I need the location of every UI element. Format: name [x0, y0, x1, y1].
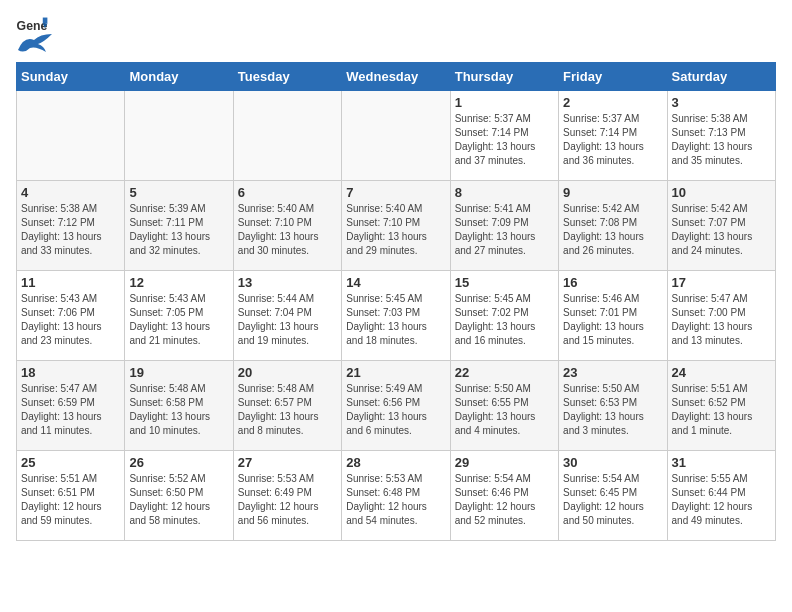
day-info: Sunrise: 5:53 AM Sunset: 6:49 PM Dayligh… — [238, 472, 337, 528]
day-info: Sunrise: 5:46 AM Sunset: 7:01 PM Dayligh… — [563, 292, 662, 348]
logo-bird-icon — [16, 32, 52, 54]
calendar-cell: 23Sunrise: 5:50 AM Sunset: 6:53 PM Dayli… — [559, 361, 667, 451]
day-info: Sunrise: 5:45 AM Sunset: 7:02 PM Dayligh… — [455, 292, 554, 348]
calendar-cell: 14Sunrise: 5:45 AM Sunset: 7:03 PM Dayli… — [342, 271, 450, 361]
calendar-cell — [17, 91, 125, 181]
calendar-cell: 21Sunrise: 5:49 AM Sunset: 6:56 PM Dayli… — [342, 361, 450, 451]
day-info: Sunrise: 5:42 AM Sunset: 7:07 PM Dayligh… — [672, 202, 771, 258]
day-info: Sunrise: 5:51 AM Sunset: 6:51 PM Dayligh… — [21, 472, 120, 528]
week-row-5: 25Sunrise: 5:51 AM Sunset: 6:51 PM Dayli… — [17, 451, 776, 541]
calendar-cell: 3Sunrise: 5:38 AM Sunset: 7:13 PM Daylig… — [667, 91, 775, 181]
day-number: 29 — [455, 455, 554, 470]
calendar-cell: 8Sunrise: 5:41 AM Sunset: 7:09 PM Daylig… — [450, 181, 558, 271]
calendar-cell: 28Sunrise: 5:53 AM Sunset: 6:48 PM Dayli… — [342, 451, 450, 541]
day-info: Sunrise: 5:41 AM Sunset: 7:09 PM Dayligh… — [455, 202, 554, 258]
calendar-cell: 1Sunrise: 5:37 AM Sunset: 7:14 PM Daylig… — [450, 91, 558, 181]
day-number: 18 — [21, 365, 120, 380]
day-info: Sunrise: 5:40 AM Sunset: 7:10 PM Dayligh… — [238, 202, 337, 258]
day-info: Sunrise: 5:49 AM Sunset: 6:56 PM Dayligh… — [346, 382, 445, 438]
calendar-cell: 4Sunrise: 5:38 AM Sunset: 7:12 PM Daylig… — [17, 181, 125, 271]
calendar-cell: 7Sunrise: 5:40 AM Sunset: 7:10 PM Daylig… — [342, 181, 450, 271]
day-number: 25 — [21, 455, 120, 470]
day-info: Sunrise: 5:52 AM Sunset: 6:50 PM Dayligh… — [129, 472, 228, 528]
day-info: Sunrise: 5:53 AM Sunset: 6:48 PM Dayligh… — [346, 472, 445, 528]
day-number: 27 — [238, 455, 337, 470]
day-number: 1 — [455, 95, 554, 110]
page-header: General — [16, 16, 776, 54]
day-number: 7 — [346, 185, 445, 200]
calendar-cell: 29Sunrise: 5:54 AM Sunset: 6:46 PM Dayli… — [450, 451, 558, 541]
day-info: Sunrise: 5:47 AM Sunset: 6:59 PM Dayligh… — [21, 382, 120, 438]
calendar-cell: 26Sunrise: 5:52 AM Sunset: 6:50 PM Dayli… — [125, 451, 233, 541]
calendar-cell: 15Sunrise: 5:45 AM Sunset: 7:02 PM Dayli… — [450, 271, 558, 361]
day-info: Sunrise: 5:43 AM Sunset: 7:05 PM Dayligh… — [129, 292, 228, 348]
day-number: 4 — [21, 185, 120, 200]
day-info: Sunrise: 5:55 AM Sunset: 6:44 PM Dayligh… — [672, 472, 771, 528]
day-number: 13 — [238, 275, 337, 290]
day-number: 24 — [672, 365, 771, 380]
day-info: Sunrise: 5:37 AM Sunset: 7:14 PM Dayligh… — [563, 112, 662, 168]
day-info: Sunrise: 5:43 AM Sunset: 7:06 PM Dayligh… — [21, 292, 120, 348]
calendar-cell: 10Sunrise: 5:42 AM Sunset: 7:07 PM Dayli… — [667, 181, 775, 271]
calendar-cell: 25Sunrise: 5:51 AM Sunset: 6:51 PM Dayli… — [17, 451, 125, 541]
day-info: Sunrise: 5:39 AM Sunset: 7:11 PM Dayligh… — [129, 202, 228, 258]
week-row-4: 18Sunrise: 5:47 AM Sunset: 6:59 PM Dayli… — [17, 361, 776, 451]
col-header-monday: Monday — [125, 63, 233, 91]
day-number: 11 — [21, 275, 120, 290]
day-number: 12 — [129, 275, 228, 290]
day-number: 15 — [455, 275, 554, 290]
calendar-cell: 18Sunrise: 5:47 AM Sunset: 6:59 PM Dayli… — [17, 361, 125, 451]
day-number: 26 — [129, 455, 228, 470]
day-info: Sunrise: 5:51 AM Sunset: 6:52 PM Dayligh… — [672, 382, 771, 438]
day-number: 28 — [346, 455, 445, 470]
day-number: 16 — [563, 275, 662, 290]
week-row-3: 11Sunrise: 5:43 AM Sunset: 7:06 PM Dayli… — [17, 271, 776, 361]
day-info: Sunrise: 5:38 AM Sunset: 7:13 PM Dayligh… — [672, 112, 771, 168]
calendar-cell: 16Sunrise: 5:46 AM Sunset: 7:01 PM Dayli… — [559, 271, 667, 361]
day-number: 8 — [455, 185, 554, 200]
day-info: Sunrise: 5:50 AM Sunset: 6:53 PM Dayligh… — [563, 382, 662, 438]
calendar-cell: 30Sunrise: 5:54 AM Sunset: 6:45 PM Dayli… — [559, 451, 667, 541]
day-number: 30 — [563, 455, 662, 470]
day-info: Sunrise: 5:47 AM Sunset: 7:00 PM Dayligh… — [672, 292, 771, 348]
day-number: 20 — [238, 365, 337, 380]
day-number: 6 — [238, 185, 337, 200]
calendar-cell: 11Sunrise: 5:43 AM Sunset: 7:06 PM Dayli… — [17, 271, 125, 361]
calendar-cell: 31Sunrise: 5:55 AM Sunset: 6:44 PM Dayli… — [667, 451, 775, 541]
calendar-cell: 17Sunrise: 5:47 AM Sunset: 7:00 PM Dayli… — [667, 271, 775, 361]
calendar-cell: 6Sunrise: 5:40 AM Sunset: 7:10 PM Daylig… — [233, 181, 341, 271]
header-row: SundayMondayTuesdayWednesdayThursdayFrid… — [17, 63, 776, 91]
day-number: 9 — [563, 185, 662, 200]
day-number: 17 — [672, 275, 771, 290]
day-info: Sunrise: 5:48 AM Sunset: 6:57 PM Dayligh… — [238, 382, 337, 438]
day-number: 2 — [563, 95, 662, 110]
week-row-1: 1Sunrise: 5:37 AM Sunset: 7:14 PM Daylig… — [17, 91, 776, 181]
calendar-table: SundayMondayTuesdayWednesdayThursdayFrid… — [16, 62, 776, 541]
calendar-cell — [233, 91, 341, 181]
week-row-2: 4Sunrise: 5:38 AM Sunset: 7:12 PM Daylig… — [17, 181, 776, 271]
day-number: 3 — [672, 95, 771, 110]
day-number: 23 — [563, 365, 662, 380]
day-info: Sunrise: 5:40 AM Sunset: 7:10 PM Dayligh… — [346, 202, 445, 258]
calendar-cell — [342, 91, 450, 181]
day-number: 14 — [346, 275, 445, 290]
day-info: Sunrise: 5:42 AM Sunset: 7:08 PM Dayligh… — [563, 202, 662, 258]
calendar-cell: 19Sunrise: 5:48 AM Sunset: 6:58 PM Dayli… — [125, 361, 233, 451]
day-info: Sunrise: 5:50 AM Sunset: 6:55 PM Dayligh… — [455, 382, 554, 438]
calendar-cell: 20Sunrise: 5:48 AM Sunset: 6:57 PM Dayli… — [233, 361, 341, 451]
day-info: Sunrise: 5:37 AM Sunset: 7:14 PM Dayligh… — [455, 112, 554, 168]
calendar-cell: 22Sunrise: 5:50 AM Sunset: 6:55 PM Dayli… — [450, 361, 558, 451]
calendar-cell — [125, 91, 233, 181]
col-header-thursday: Thursday — [450, 63, 558, 91]
svg-marker-1 — [43, 18, 48, 24]
calendar-cell: 13Sunrise: 5:44 AM Sunset: 7:04 PM Dayli… — [233, 271, 341, 361]
day-info: Sunrise: 5:48 AM Sunset: 6:58 PM Dayligh… — [129, 382, 228, 438]
day-number: 5 — [129, 185, 228, 200]
day-info: Sunrise: 5:38 AM Sunset: 7:12 PM Dayligh… — [21, 202, 120, 258]
logo: General — [16, 16, 54, 54]
calendar-cell: 9Sunrise: 5:42 AM Sunset: 7:08 PM Daylig… — [559, 181, 667, 271]
calendar-cell: 5Sunrise: 5:39 AM Sunset: 7:11 PM Daylig… — [125, 181, 233, 271]
day-number: 19 — [129, 365, 228, 380]
col-header-friday: Friday — [559, 63, 667, 91]
calendar-cell: 2Sunrise: 5:37 AM Sunset: 7:14 PM Daylig… — [559, 91, 667, 181]
